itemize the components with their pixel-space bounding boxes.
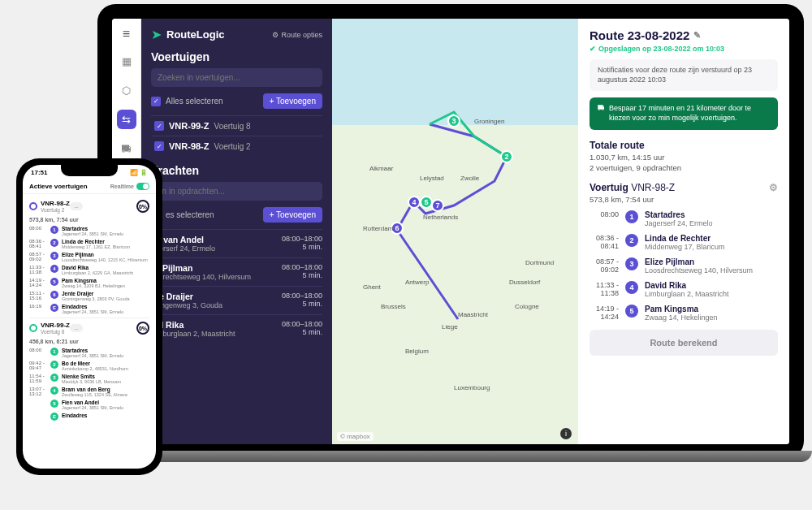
brand: ➤ RouteLogic ⚙ Route opties xyxy=(151,27,322,42)
phone-stop-row[interactable]: 5Fien van AndelJagerserf 24, 3851 SM, Er… xyxy=(29,400,149,410)
realtime-toggle[interactable] xyxy=(136,183,149,190)
vehicle-checkbox[interactable]: ✓ xyxy=(154,121,164,131)
phone-stop-row[interactable]: 13:07 - 13:124Bram van den BergZwolleweg… xyxy=(29,387,149,397)
app-screen: ≡ ▦ ⬡ ⇆ ⛟ ➤ RouteLogic ⚙ Route opties Vo… xyxy=(112,19,789,444)
phone-stop-row[interactable]: 11:33 - 11:384David RikaLimburglaan 2, 6… xyxy=(29,265,149,275)
phone-stop-row[interactable]: 11:54 - 11:593Nienke SmitsMieddyk 3, 903… xyxy=(29,374,149,384)
rail-dashboard-icon[interactable]: ▦ xyxy=(117,51,136,71)
route-title: Route 23-08-2022 xyxy=(590,28,689,42)
map-canvas[interactable]: 3 2 4 5 7 6 Groningen Alkmaar Lelystad Z… xyxy=(332,19,578,444)
select-all-checkbox[interactable]: ✓ xyxy=(151,97,161,106)
rail-package-icon[interactable]: ⬡ xyxy=(117,80,136,100)
route-options-link[interactable]: ⚙ Route opties xyxy=(272,31,322,39)
orders-heading: drachten xyxy=(151,164,322,177)
menu-icon[interactable]: ≡ xyxy=(123,27,130,41)
saved-status: ✔ Opgeslagen op 23-08-2022 om 10:03 xyxy=(590,45,778,53)
savings-tip: ⛟ Bespaar 17 minuten en 21 kilometer doo… xyxy=(590,97,778,129)
phone-stop-row[interactable]: 08:57 - 09:023Elize PijlmanLoosdrechtsew… xyxy=(29,252,149,262)
collapse-icon[interactable]: – xyxy=(70,202,83,210)
vehicle-dot-icon xyxy=(29,324,37,332)
order-row[interactable]: ze Pijlmanosdrechtseweg 140, Hilversum 0… xyxy=(151,257,322,286)
vehicles-heading: Voertuigen xyxy=(151,50,322,63)
phone-notch xyxy=(61,165,118,176)
rail-truck-icon[interactable]: ⛟ xyxy=(117,139,136,158)
laptop-base xyxy=(49,451,812,462)
stop-row[interactable]: 11:33 - 11:38 4 David RikaLimburglaan 2,… xyxy=(590,281,778,298)
orders-search-input[interactable] xyxy=(151,182,322,201)
vehicle-row[interactable]: ✓ VNR-98-Z Voertuig 2 xyxy=(151,136,322,156)
edit-icon[interactable]: ✎ xyxy=(693,30,701,41)
phone-stop-row[interactable]: 14:19 - 14:245Pam KingsmaZwaag 14, 3209 … xyxy=(29,278,149,288)
stop-row[interactable]: 08:00 1 StartadresJagerserf 24, Ermelo xyxy=(590,210,778,227)
map-waypoint[interactable]: 2 xyxy=(500,150,513,163)
order-row[interactable]: vid RikaLimburglaan 2, Maastricht 08:00–… xyxy=(151,314,322,343)
phone-stop-row[interactable]: 16:19EEindadresJagerserf 24, 3851 SM, Er… xyxy=(29,304,149,314)
signal-battery-icon: 📶 🔋 xyxy=(130,169,148,176)
progress-badge: 0% xyxy=(136,322,149,335)
progress-badge: 0% xyxy=(136,200,149,213)
brand-logo-icon: ➤ xyxy=(151,27,162,42)
vehicle-row[interactable]: ✓ VNR-99-Z Voertuig 8 xyxy=(151,115,322,136)
phone-header: Actieve voertuigen xyxy=(29,183,88,190)
map-attribution: © mapbox xyxy=(337,432,374,441)
stop-row[interactable]: 08:36 - 08:41 2 Linda de RechterMiddenwe… xyxy=(590,234,778,251)
gear-icon: ⚙ xyxy=(272,31,279,39)
phone-stop-row[interactable]: 15:11 - 15:166Jente DraijerGroningenweg … xyxy=(29,291,149,301)
map-waypoint[interactable]: 4 xyxy=(408,196,421,209)
add-vehicle-button[interactable]: + Toevoegen xyxy=(263,93,322,109)
truck-icon: ⛟ xyxy=(598,104,605,123)
notification-box: Notificaties voor deze route zijn verstu… xyxy=(590,59,778,91)
map-info-icon[interactable]: i xyxy=(560,428,572,439)
vehicle-dot-icon xyxy=(29,202,37,210)
stop-row[interactable]: 08:57 - 09:02 3 Elize PijlmanLoosdrechts… xyxy=(590,257,778,274)
laptop-frame: ≡ ▦ ⬡ ⇆ ⛟ ➤ RouteLogic ⚙ Route opties Vo… xyxy=(97,4,804,459)
vehicle-settings-icon[interactable]: ⚙ xyxy=(769,182,778,193)
order-row[interactable]: en van Andelagerserf 24, Ermelo 08:00–18… xyxy=(151,229,322,257)
vehicle-checkbox[interactable]: ✓ xyxy=(154,141,164,151)
brand-name: RouteLogic xyxy=(166,28,225,41)
sidebar: ➤ RouteLogic ⚙ Route opties Voertuigen ✓… xyxy=(141,19,332,444)
phone-stop-row[interactable]: 08:001StartadresJagerserf 24, 3851 SM, E… xyxy=(29,226,149,236)
add-order-button[interactable]: + Toevoegen xyxy=(263,207,322,223)
details-panel: Route 23-08-2022 ✎ ✔ Opgeslagen op 23-08… xyxy=(578,19,789,444)
collapse-icon[interactable]: – xyxy=(70,324,83,332)
select-all-label: Alles selecteren xyxy=(166,97,223,106)
stop-row[interactable]: 14:19 - 14:24 5 Pam KingsmaZwaag 14, Hek… xyxy=(590,305,778,322)
phone-stop-row[interactable]: 08:36 - 08:412Linda de RechterMiddenweg … xyxy=(29,239,149,249)
route-calculated-button[interactable]: Route berekend xyxy=(590,330,778,356)
phone-stop-row[interactable]: EEindadres xyxy=(29,413,149,421)
check-icon: ✔ xyxy=(590,45,596,53)
order-row[interactable]: nte Draijeroningenweg 3, Gouda 08:00–18:… xyxy=(151,286,322,314)
phone-vehicle-row[interactable]: VNR-98-ZVoertuig 2 – 0% xyxy=(29,197,149,215)
phone-screen: 17:51 📶 🔋 Actieve voertuigen Realtime VN… xyxy=(23,165,156,469)
phone-stop-row[interactable]: 09:42 - 09:472Bo de MeerAnninkskamp 2, 4… xyxy=(29,361,149,371)
phone-frame: 17:51 📶 🔋 Actieve voertuigen Realtime VN… xyxy=(16,158,162,475)
phone-vehicle-row[interactable]: VNR-99-ZVoertuig 8 – 0% xyxy=(29,318,149,337)
total-route-heading: Totale route xyxy=(590,140,778,151)
rail-route-icon[interactable]: ⇆ xyxy=(117,110,136,129)
vehicles-search-input[interactable] xyxy=(151,68,322,87)
map-waypoint[interactable]: 3 xyxy=(447,115,460,128)
map-waypoint[interactable]: 7 xyxy=(431,199,444,212)
phone-stop-row[interactable]: 08:001StartadresJagerserf 24, 3851 SM, E… xyxy=(29,348,149,358)
